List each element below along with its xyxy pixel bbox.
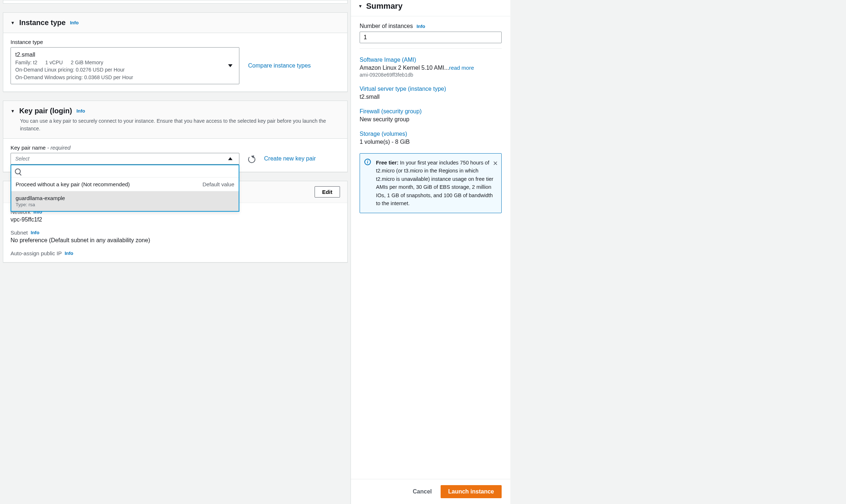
key-pair-panel: ▼ Key pair (login) Info You can use a ke… <box>3 101 348 172</box>
subnet-value: No preference (Default subnet in any ava… <box>11 237 340 244</box>
caret-down-icon: ▼ <box>11 109 15 114</box>
cancel-button[interactable]: Cancel <box>413 488 432 495</box>
summary-storage-link[interactable]: Storage (volumes) <box>360 131 502 137</box>
collapsed-panel-strip <box>3 0 348 4</box>
subnet-label: Subnet Info <box>11 229 340 236</box>
auto-ip-info-link[interactable]: Info <box>65 251 73 256</box>
caret-down-icon: ▼ <box>358 4 363 9</box>
divider <box>360 48 502 49</box>
instance-memory: 2 GiB Memory <box>71 60 103 65</box>
create-key-pair-link[interactable]: Create new key pair <box>264 155 316 162</box>
summary-ami-link[interactable]: Software Image (AMI) <box>360 57 502 63</box>
summary-column: ▼ Summary Number of instances Info Softw… <box>351 0 510 504</box>
instance-price-linux: On-Demand Linux pricing: 0.0276 USD per … <box>15 66 133 73</box>
key-pair-option-guardllama[interactable]: guardllama-example Type: rsa <box>11 191 239 211</box>
option-label: guardllama-example <box>16 195 65 201</box>
instance-vcpu: 1 vCPU <box>45 60 63 65</box>
key-pair-select[interactable]: Select <box>11 153 239 164</box>
auto-ip-label: Auto-assign public IP Info <box>11 250 340 256</box>
close-icon[interactable]: × <box>493 157 498 170</box>
key-pair-dropdown: Select Proceed without a key pair (Not r… <box>11 153 239 164</box>
caret-down-icon: ▼ <box>11 20 15 25</box>
key-pair-field-label: Key pair name - required <box>11 145 340 151</box>
summary-ami-name: Amazon Linux 2 Kernel 5.10 AMI...read mo… <box>360 65 502 71</box>
ami-read-more-link[interactable]: read more <box>449 65 474 71</box>
key-pair-title: Key pair (login) <box>19 107 72 115</box>
free-tier-infobox: i × Free tier: In your first year includ… <box>360 153 502 213</box>
option-type: Type: rsa <box>16 202 65 207</box>
instance-type-name: t2.small <box>15 50 133 59</box>
key-pair-info-link[interactable]: Info <box>76 108 85 114</box>
subnet-info-link[interactable]: Info <box>31 230 40 235</box>
refresh-icon[interactable] <box>248 156 255 163</box>
key-pair-search-row <box>11 164 239 177</box>
key-pair-placeholder: Select <box>15 156 29 162</box>
free-tier-label: Free tier: <box>376 160 398 166</box>
summary-firewall-link[interactable]: Firewall (security group) <box>360 108 502 115</box>
network-value: vpc-95ffc1f2 <box>11 216 340 223</box>
key-pair-description: You can use a key pair to securely conne… <box>11 117 340 133</box>
launch-instance-button[interactable]: Launch instance <box>441 485 502 498</box>
instance-type-select[interactable]: t2.small Family: t2 1 vCPU 2 GiB Memory … <box>11 47 239 84</box>
chevron-up-icon <box>228 157 232 160</box>
option-default-badge: Default value <box>202 181 234 187</box>
compare-instance-types-link[interactable]: Compare instance types <box>248 62 311 69</box>
summary-instance-type-value: t2.small <box>360 94 502 100</box>
summary-header[interactable]: ▼ Summary <box>351 0 510 16</box>
key-pair-option-none[interactable]: Proceed without a key pair (Not recommen… <box>11 177 239 191</box>
instance-type-title: Instance type <box>19 19 66 27</box>
instance-type-info-link[interactable]: Info <box>70 20 79 25</box>
summary-ami-id: ami-09208e69ff3feb1db <box>360 72 502 78</box>
summary-instance-type-link[interactable]: Virtual server type (instance type) <box>360 86 502 92</box>
num-instances-info-link[interactable]: Info <box>417 24 425 29</box>
summary-footer: Cancel Launch instance <box>351 479 510 504</box>
free-tier-text: In your first year includes 750 hours of… <box>376 160 493 206</box>
instance-type-panel: ▼ Instance type Info Instance type t2.sm… <box>3 12 348 92</box>
num-instances-label: Number of instances Info <box>360 23 502 29</box>
key-pair-search-input[interactable] <box>24 168 235 174</box>
instance-type-header[interactable]: ▼ Instance type Info <box>3 13 347 33</box>
key-pair-header[interactable]: ▼ Key pair (login) Info You can use a ke… <box>3 101 347 139</box>
summary-title: Summary <box>366 1 402 11</box>
key-pair-dropdown-popup: Proceed without a key pair (Not recommen… <box>11 164 239 212</box>
summary-storage-value: 1 volume(s) - 8 GiB <box>360 139 502 145</box>
summary-firewall-value: New security group <box>360 116 502 123</box>
info-icon: i <box>364 159 371 165</box>
instance-type-field-label: Instance type <box>11 39 340 45</box>
instance-family: Family: t2 <box>15 60 37 65</box>
instance-price-windows: On-Demand Windows pricing: 0.0368 USD pe… <box>15 74 133 81</box>
search-icon <box>15 168 21 174</box>
num-instances-input[interactable] <box>360 32 502 43</box>
network-edit-button[interactable]: Edit <box>315 186 340 198</box>
option-label: Proceed without a key pair (Not recommen… <box>16 181 130 187</box>
chevron-down-icon <box>228 64 232 67</box>
